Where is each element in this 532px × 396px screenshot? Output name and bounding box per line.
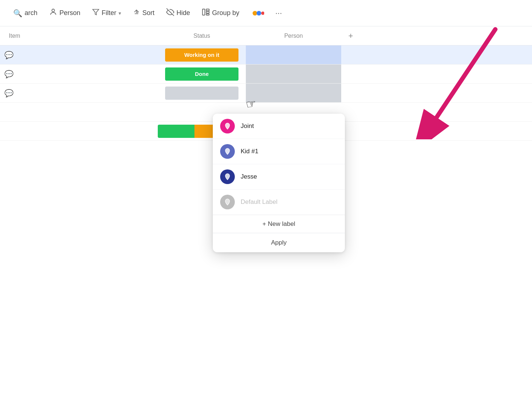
option-label-default: Default Label [241,198,277,206]
status-badge-done[interactable]: Done [165,67,238,81]
sort-label: Sort [142,9,154,17]
sort-item[interactable]: Sort [128,6,159,20]
option-label-joint: Joint [241,122,254,130]
column-status-header: Status [158,33,246,39]
svg-point-10 [253,11,258,15]
add-column-button[interactable]: + [341,31,360,41]
svg-rect-7 [206,9,209,11]
row-status-cell[interactable]: Done [158,67,246,81]
avatar-jesse [220,169,235,184]
hide-item[interactable]: Hide [162,6,194,20]
person-label: Person [59,9,80,17]
hide-icon [166,8,174,18]
sort-icon [133,8,140,18]
svg-rect-8 [206,11,209,13]
table-row: 💬 Working on it [0,45,532,65]
filter-item[interactable]: Filter ▾ [88,6,125,20]
comment-icon[interactable]: 💬 [4,51,14,59]
svg-point-0 [52,9,54,12]
row-person-cell[interactable] [246,45,341,64]
option-label-jesse: Jesse [241,173,257,180]
column-person-header: Person [246,33,341,39]
toolbar: 🔍 arch Person Filter ▾ Sort [0,0,532,26]
filter-chevron-icon: ▾ [119,10,121,16]
svg-rect-9 [206,14,209,15]
row-item-cell: 💬 [0,89,158,98]
filter-icon [92,8,99,18]
svg-point-12 [261,11,264,15]
summary-badge-green [158,125,194,138]
person-icon [49,8,57,18]
option-label-kid1: Kid #1 [241,148,258,155]
dropdown-option-joint[interactable]: Joint [213,114,345,139]
person-filter-item[interactable]: Person [45,6,85,20]
avatar-kid1 [220,144,235,159]
new-label-button[interactable]: + New label [213,215,345,233]
apply-button[interactable]: Apply [271,239,287,246]
comment-icon[interactable]: 💬 [4,89,14,98]
row-status-cell[interactable] [158,87,246,100]
avatar-default [220,195,235,209]
groupby-item[interactable]: Group by [197,6,244,20]
groupby-icon [202,8,210,18]
search-item[interactable]: 🔍 arch [9,7,42,20]
hide-label: Hide [176,9,190,17]
svg-point-11 [256,11,261,15]
dropdown-option-kid1[interactable]: Kid #1 [213,139,345,164]
row-person-cell[interactable] [246,84,341,102]
apply-section: Apply [213,233,345,252]
status-badge-working[interactable]: Working on it [165,48,238,62]
row-status-cell[interactable]: Working on it [158,48,246,62]
table-header: Item Status Person + [0,26,532,45]
more-options-button[interactable]: ··· [272,6,285,20]
monday-icon-item[interactable] [247,4,269,22]
svg-rect-6 [203,9,205,15]
dropdown-option-jesse[interactable]: Jesse [213,164,345,190]
search-label: arch [25,9,37,17]
row-item-cell: 💬 [0,51,158,59]
column-item-header: Item [0,33,158,39]
status-badge-empty[interactable] [165,87,238,100]
person-dropdown: Joint Kid #1 Jesse Default Label + New l… [213,114,345,252]
filter-label: Filter [102,9,116,17]
svg-marker-1 [93,10,99,15]
avatar-joint [220,119,235,133]
comment-icon[interactable]: 💬 [4,70,14,78]
row-item-cell: 💬 [0,70,158,78]
row-person-cell[interactable] [246,65,341,83]
groupby-label: Group by [212,9,239,17]
search-icon: 🔍 [13,9,22,18]
table-row: 💬 Done [0,65,532,84]
table-row: 💬 [0,84,532,103]
dropdown-option-default[interactable]: Default Label [213,190,345,215]
